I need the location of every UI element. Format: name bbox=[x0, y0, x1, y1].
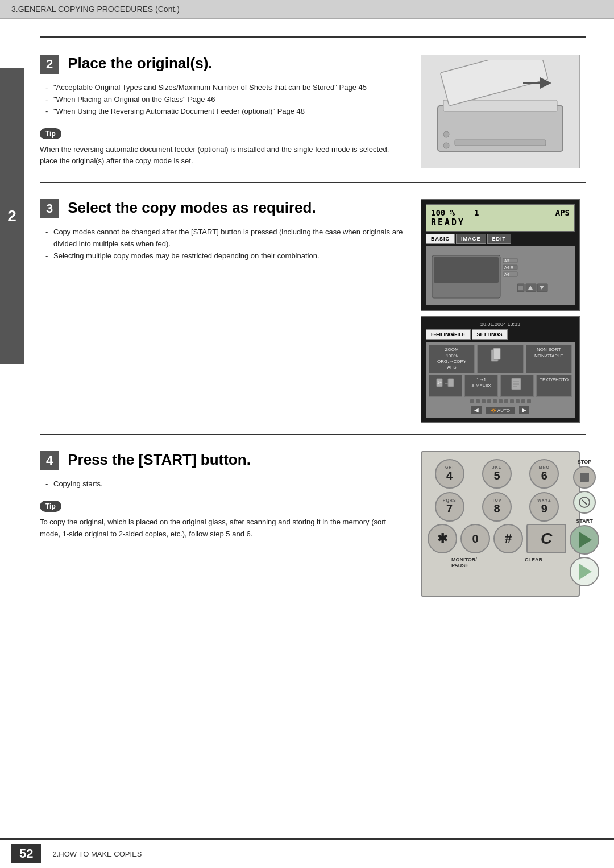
start-button-area: START bbox=[570, 518, 599, 586]
key-5[interactable]: JKL 5 bbox=[482, 459, 512, 489]
bottom-bar: 52 2.HOW TO MAKE COPIES bbox=[0, 838, 614, 868]
keypad-left: GHI 4 JKL 5 MNO 6 bbox=[428, 459, 566, 586]
tip-2-badge: Tip bbox=[40, 128, 61, 139]
step-2-bullet-1: "Acceptable Original Types and Sizes/Max… bbox=[45, 82, 404, 94]
key-0[interactable]: 0 bbox=[460, 524, 490, 553]
tab-settings[interactable]: SETTINGS bbox=[472, 329, 508, 340]
panel2-sort-icon bbox=[477, 345, 523, 373]
dot1 bbox=[470, 399, 474, 403]
keypad-panel: GHI 4 JKL 5 MNO 6 bbox=[421, 451, 580, 597]
section-4-text: 4 Press the [START] button. Copying star… bbox=[40, 451, 404, 597]
page-number: 52 bbox=[11, 844, 41, 863]
stop-inner bbox=[580, 473, 589, 482]
dot3 bbox=[482, 399, 486, 403]
panel2-non-sort: NON-SORT NON-STAPLE bbox=[526, 345, 572, 373]
copy-mode-panel: 100 % 1 APS READY BASIC IMAGE EDIT bbox=[421, 199, 580, 311]
c-label: C bbox=[541, 531, 552, 547]
scanner-svg bbox=[426, 60, 574, 163]
key-8[interactable]: TUV 8 bbox=[482, 492, 512, 522]
header-title: 3.GENERAL COPYING PROCEDURES (Cont.) bbox=[11, 5, 180, 14]
section-3: 3 Select the copy modes as required. Cop… bbox=[40, 199, 586, 423]
keypad-top-row: GHI 4 JKL 5 MNO 6 bbox=[428, 459, 573, 586]
panel2-dots bbox=[429, 399, 572, 403]
step-2-title-text: Place the original(s). bbox=[68, 55, 212, 72]
step-2-bullet-3: "When Using the Reversing Automatic Docu… bbox=[45, 106, 404, 118]
svg-text:A4: A4 bbox=[504, 272, 509, 276]
key-7[interactable]: PQRS 7 bbox=[435, 492, 464, 522]
stop-button-area: STOP bbox=[570, 459, 599, 514]
panel2-simplex: 1→1 SIMPLEX bbox=[464, 375, 498, 397]
start-button-green[interactable] bbox=[570, 525, 599, 555]
top-rule bbox=[40, 36, 586, 38]
step-2-badge: 2 bbox=[40, 55, 59, 74]
step-4-bullets: Copying starts. bbox=[40, 478, 404, 490]
nav-left[interactable]: ◀ bbox=[471, 406, 482, 415]
dot4 bbox=[487, 399, 491, 403]
stop-label: STOP bbox=[578, 459, 591, 465]
section-2-image bbox=[421, 55, 586, 171]
stop-circle[interactable] bbox=[573, 466, 596, 489]
panel2-nav: ◀ 🔆 AUTO ▶ bbox=[429, 406, 572, 415]
svg-rect-7 bbox=[455, 140, 546, 146]
key-4[interactable]: GHI 4 bbox=[435, 459, 464, 489]
section-side-tab: 2 bbox=[0, 68, 24, 364]
start-button-light[interactable] bbox=[570, 557, 599, 586]
doc-icon-svg bbox=[507, 377, 527, 393]
tab-edit[interactable]: EDIT bbox=[487, 234, 512, 244]
monitor-clear-row: MONITOR/PAUSE CLEAR bbox=[428, 557, 566, 568]
tab-image[interactable]: IMAGE bbox=[456, 234, 486, 244]
footer-text: 2.HOW TO MAKE COPIES bbox=[52, 850, 142, 858]
tab-basic[interactable]: BASIC bbox=[426, 234, 455, 244]
top-bar: 3.GENERAL COPYING PROCEDURES (Cont.) bbox=[0, 0, 614, 19]
interrupt-icon bbox=[578, 496, 591, 509]
panel2-content: ZOOM 100% ORG.→COPY APS NON- bbox=[426, 342, 575, 418]
start-arrow-2 bbox=[579, 564, 592, 580]
panel1-tabs: BASIC IMAGE EDIT bbox=[426, 234, 575, 244]
dot9 bbox=[516, 399, 520, 403]
step-4-title: 4 Press the [START] button. bbox=[40, 451, 404, 470]
step-3-title: 3 Select the copy modes as required. bbox=[40, 199, 404, 218]
step-4-title-text: Press the [START] button. bbox=[68, 451, 251, 468]
settings-panel: 28.01.2004 13:33 E-FILING/FILE SETTINGS … bbox=[421, 316, 580, 423]
svg-text:1+: 1+ bbox=[437, 381, 442, 385]
dot6 bbox=[499, 399, 503, 403]
key-6[interactable]: MNO 6 bbox=[529, 459, 559, 489]
key-hash[interactable]: # bbox=[493, 524, 523, 553]
svg-rect-23 bbox=[493, 348, 500, 359]
key-9[interactable]: WXYZ 9 bbox=[529, 492, 559, 522]
panel2-datetime: 28.01.2004 13:33 bbox=[426, 321, 575, 327]
lcd-ready: READY bbox=[431, 217, 570, 228]
panel2-row2: 1+ → 1→1 SIMPLEX bbox=[429, 375, 572, 397]
dot10 bbox=[521, 399, 525, 403]
nav-auto[interactable]: 🔆 AUTO bbox=[486, 406, 515, 415]
start-label: START bbox=[576, 518, 592, 524]
tab-efiling[interactable]: E-FILING/FILE bbox=[426, 329, 471, 340]
clear-label[interactable]: CLEAR bbox=[525, 557, 542, 568]
step-2-title: 2 Place the original(s). bbox=[40, 55, 404, 74]
step-2-bullets: "Acceptable Original Types and Sizes/Max… bbox=[40, 82, 404, 117]
stop-circle-2[interactable] bbox=[573, 491, 596, 514]
section-3-text: 3 Select the copy modes as required. Cop… bbox=[40, 199, 404, 423]
step-4-badge: 4 bbox=[40, 451, 59, 470]
panel1-copier-svg: A3 A4-R A4 bbox=[429, 250, 571, 301]
tip-4-text: To copy the original, which is placed on… bbox=[40, 516, 404, 540]
nav-right[interactable]: ▶ bbox=[518, 406, 530, 415]
dot5 bbox=[493, 399, 497, 403]
keypad-bottom-row: ✱ 0 # C bbox=[428, 524, 566, 553]
panel2-pages-icon: 1+ → bbox=[429, 375, 462, 397]
stop-start-col: STOP bbox=[570, 459, 599, 586]
panel2-doc-icon bbox=[500, 375, 534, 397]
svg-rect-9 bbox=[434, 257, 499, 283]
panel2-text-photo: TEXT/PHOTO bbox=[536, 375, 572, 397]
zoom-value: 100 % 1 bbox=[431, 208, 479, 217]
section-divider-2 bbox=[40, 434, 586, 435]
key-c[interactable]: C bbox=[526, 524, 566, 553]
panel2-tabs: E-FILING/FILE SETTINGS bbox=[426, 329, 575, 340]
svg-rect-21 bbox=[518, 286, 523, 290]
start-arrow bbox=[579, 532, 592, 548]
step-3-bullet-1: Copy modes cannot be changed after the [… bbox=[45, 226, 404, 250]
key-star[interactable]: ✱ bbox=[428, 524, 457, 553]
svg-point-6 bbox=[443, 143, 449, 148]
dot7 bbox=[504, 399, 508, 403]
dot8 bbox=[510, 399, 514, 403]
